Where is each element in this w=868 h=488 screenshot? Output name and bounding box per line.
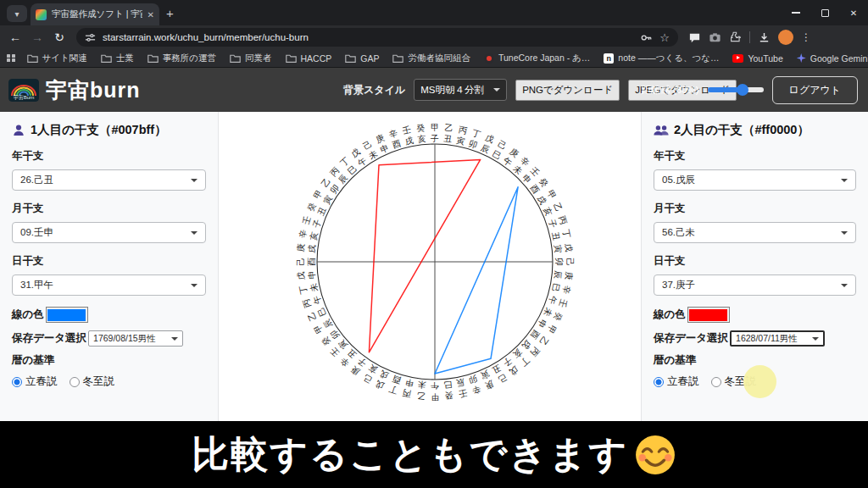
- zodiac-ring-char: 乙: [306, 311, 318, 323]
- password-key-icon[interactable]: [640, 31, 653, 44]
- zodiac-ring-char: 子: [547, 217, 559, 229]
- person2-triangle: [369, 159, 480, 352]
- maximize-button[interactable]: [810, 0, 839, 25]
- zodiac-ring-char: 酉: [391, 374, 402, 385]
- new-tab-button[interactable]: +: [166, 6, 174, 20]
- zodiac-ring-char: 戌: [404, 136, 415, 147]
- bookmark-star-icon[interactable]: ☆: [659, 31, 670, 44]
- zodiac-ring-char: 辛: [561, 285, 572, 295]
- zodiac-ring-char: 辰: [480, 143, 492, 155]
- zodiac-ring-char: 巳: [316, 307, 328, 319]
- apps-grid-icon[interactable]: [7, 54, 15, 63]
- zodiac-ring-char: 辰: [553, 270, 563, 280]
- minimize-button[interactable]: [782, 0, 810, 25]
- zodiac-ring-char: 丙: [557, 214, 569, 225]
- address-bar[interactable]: starstarrain.work/uchu_burn/member/uchu-…: [76, 28, 678, 47]
- url-text[interactable]: starstarrain.work/uchu_burn/member/uchu-…: [103, 32, 633, 42]
- tab-close-icon[interactable]: ✕: [147, 10, 154, 19]
- zodiac-ring-char: 甲: [431, 392, 439, 402]
- zodiac-ring-char: 庚: [484, 379, 496, 391]
- zodiac-ring-char: 戊: [564, 243, 574, 252]
- zodiac-ring-char: 丑: [443, 134, 453, 144]
- bookmark-folder[interactable]: GAP: [340, 53, 384, 64]
- zodiac-ring-char: 戊: [296, 271, 306, 280]
- zodiac-ring-char: 丁: [387, 384, 399, 396]
- forward-icon[interactable]: →: [27, 28, 47, 47]
- bg-style-value: MS明朝４分割: [420, 84, 484, 97]
- png-download-button[interactable]: PNGでダウンロード: [515, 80, 620, 101]
- distance-slider[interactable]: [708, 87, 764, 92]
- zodiac-ring-char: 丙: [301, 298, 313, 309]
- camera-extension-icon[interactable]: [709, 31, 721, 44]
- bookmark-folder[interactable]: 同業者: [225, 53, 277, 64]
- extensions-puzzle-icon[interactable]: [729, 31, 742, 44]
- zodiac-ring-char: 癸: [444, 391, 454, 401]
- app-title: 宇宙burn: [46, 76, 141, 104]
- smiling-face-emoji-icon: [634, 434, 676, 476]
- zodiac-ring-char: 卯: [554, 258, 564, 266]
- bg-style-label: 背景スタイル: [343, 83, 405, 97]
- zodiac-ring-char: 丑: [316, 206, 328, 218]
- reload-icon[interactable]: ↻: [49, 28, 70, 47]
- folder-icon: [147, 53, 159, 63]
- extension-icons: ⋮: [688, 30, 811, 45]
- zodiac-ring-char: 庚: [564, 271, 574, 280]
- back-icon[interactable]: ←: [5, 28, 25, 47]
- zodiac-ring-char: 丁: [298, 285, 309, 296]
- zodiac-ring-char: 未: [417, 380, 427, 390]
- zodiac-ring-char: 壬: [557, 298, 569, 309]
- main-content: 1人目の干支（#007bff） 年干支 26.己丑 月干支 09.壬申 日干支 …: [0, 112, 868, 421]
- zodiac-ring-char: 丑: [550, 231, 561, 241]
- bookmark-folder[interactable]: 事務所の運営: [142, 53, 221, 64]
- folder-icon: [230, 53, 241, 63]
- zodiac-ring-char: 午: [431, 381, 439, 391]
- close-button[interactable]: ✕: [839, 0, 868, 25]
- caption-text: 比較することもできます: [192, 430, 628, 480]
- zodiac-ring-char: 寅: [455, 136, 465, 147]
- zodiac-ring-char: 戊: [374, 379, 386, 391]
- zodiac-ring-char: 壬: [301, 214, 313, 225]
- chat-extension-icon[interactable]: [688, 31, 701, 44]
- svg-text:宇宙Burn: 宇宙Burn: [14, 93, 35, 100]
- zodiac-ring-char: 申: [379, 143, 391, 155]
- bookmark-folder[interactable]: 士業: [96, 53, 139, 64]
- browser-tab[interactable]: 宇宙盤作成ソフト | 宇宙Burn ✕: [31, 3, 159, 25]
- app-logo: 宇宙Burn: [8, 79, 39, 102]
- distance-label: 距離感 (80%): [641, 84, 698, 97]
- zodiac-ring-char: 戌: [307, 244, 317, 253]
- zodiac-ring-char: 卯: [468, 138, 479, 150]
- logout-button[interactable]: ログアウト: [772, 76, 858, 104]
- zodiac-ring-char: 甲: [431, 123, 439, 132]
- bookmark-site[interactable]: Google Gemini: [792, 53, 868, 64]
- site-settings-icon[interactable]: [85, 32, 96, 43]
- zodiac-ring-char: 癸: [415, 123, 426, 133]
- cursor-highlight: [743, 365, 776, 398]
- folder-icon: [345, 53, 356, 63]
- toolbar-divider: [749, 31, 750, 43]
- slider-thumb[interactable]: [737, 84, 748, 96]
- zodiac-ring-char: 丙: [402, 388, 412, 399]
- zodiac-ring-char: 酉: [307, 258, 316, 266]
- zodiac-ring-char: 子: [311, 218, 323, 230]
- bookmark-site[interactable]: YouTube: [727, 53, 787, 64]
- bookmark-folder[interactable]: HACCP: [281, 53, 337, 64]
- zodiac-ring-char: 丁: [470, 128, 482, 140]
- zodiac-ring-char: 庚: [374, 133, 386, 145]
- downloads-icon[interactable]: [758, 31, 771, 44]
- bookmark-folder[interactable]: サイト関連: [22, 53, 92, 64]
- bookmark-site[interactable]: nnote ——つくる、つな…: [598, 53, 724, 64]
- bookmark-site[interactable]: TuneCore Japan - あ…: [479, 53, 595, 64]
- bookmark-folder[interactable]: 労働者協同組合: [387, 53, 476, 64]
- tab-favicon: [36, 9, 47, 20]
- zodiac-ring-char: 亥: [309, 231, 320, 241]
- window-controls: ✕: [782, 0, 868, 25]
- tab-search-chevron-icon[interactable]: ▾: [7, 5, 27, 22]
- bg-style-select[interactable]: MS明朝４分割: [414, 79, 507, 101]
- zodiac-ring-char: 丙: [458, 125, 468, 136]
- zodiac-ring-char: 己: [296, 258, 305, 266]
- profile-avatar[interactable]: [778, 30, 793, 45]
- zodiac-ring-char: 未: [309, 282, 320, 293]
- zodiac-ring-char: 庚: [296, 243, 306, 252]
- browser-menu-icon[interactable]: ⋮: [801, 31, 811, 43]
- bookmark-sites: TuneCore Japan - あ…nnote ——つくる、つな…YouTub…: [479, 53, 868, 64]
